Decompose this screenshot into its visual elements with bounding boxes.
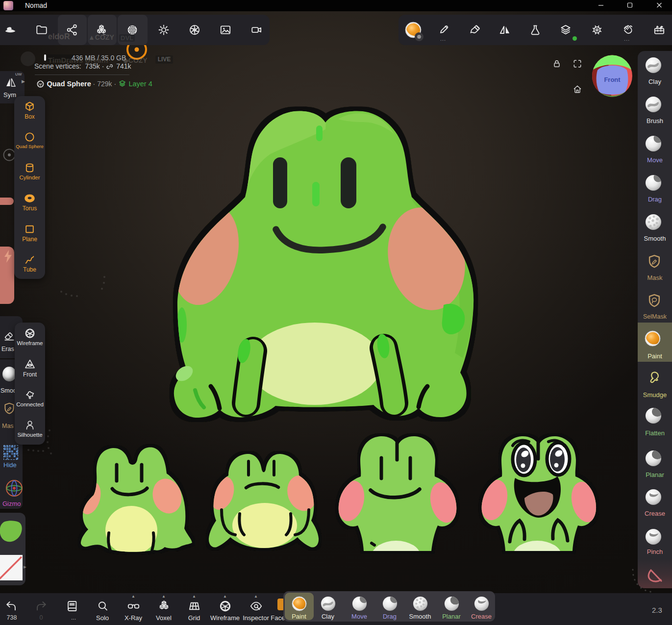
svg-text:Front: Front <box>604 76 621 83</box>
